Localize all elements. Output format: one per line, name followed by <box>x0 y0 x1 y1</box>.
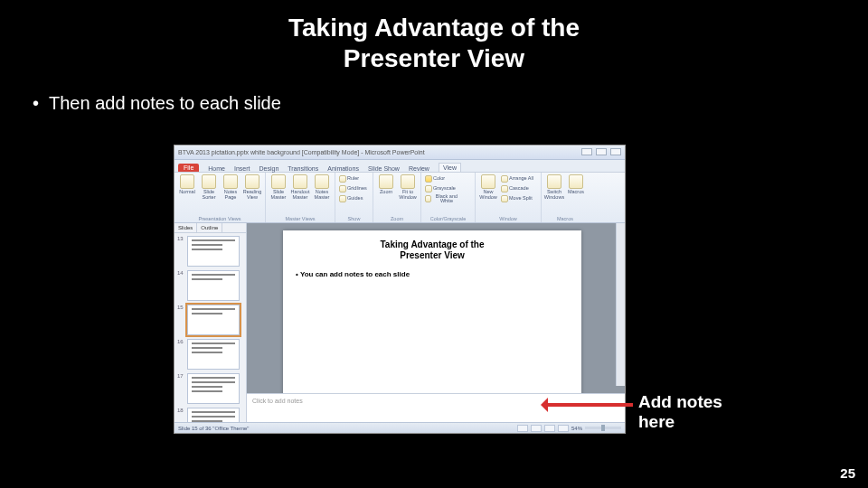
outline-tab[interactable]: Outline <box>197 223 222 232</box>
slide-title: Taking Advantage of the Presenter View <box>0 0 868 73</box>
sorter-view-icon[interactable] <box>531 425 542 432</box>
tab-animations[interactable]: Animations <box>327 165 359 172</box>
status-bar: Slide 15 of 36 "Office Theme" 54% <box>175 422 625 433</box>
ribbon-body: Normal Slide Sorter Notes Page Reading V… <box>175 173 625 223</box>
grayscale-icon <box>425 185 432 192</box>
guides-checkbox[interactable]: Guides <box>339 194 375 203</box>
bullet-text: Then add notes to each slide <box>49 93 281 113</box>
tab-home[interactable]: Home <box>208 165 225 172</box>
normal-view-icon <box>180 174 194 189</box>
arrange-icon <box>501 175 508 183</box>
notes-master-button[interactable]: Notes Master <box>313 174 331 202</box>
tab-review[interactable]: Review <box>409 165 429 172</box>
thumbnail[interactable]: 17 <box>177 373 243 404</box>
handout-master-icon <box>293 174 307 189</box>
tab-transitions[interactable]: Transitions <box>288 165 318 172</box>
reading-view-icon[interactable] <box>544 425 555 432</box>
slide-sorter-button[interactable]: Slide Sorter <box>200 174 218 202</box>
checkbox-icon <box>339 195 346 202</box>
tab-insert[interactable]: Insert <box>234 165 250 172</box>
handout-master-button[interactable]: Handout Master <box>291 174 309 202</box>
group-macros: Switch Windows Macros Macros <box>542 173 589 222</box>
editor-area: Slides Outline 13 14 15 16 17 18 Taking … <box>175 223 625 422</box>
thumbnail[interactable]: 16 <box>177 339 243 370</box>
color-button[interactable]: Color <box>425 174 461 183</box>
thumbnail[interactable]: 18 <box>177 408 243 422</box>
group-master-views: Slide Master Handout Master Notes Master… <box>266 173 335 222</box>
ruler-checkbox[interactable]: Ruler <box>339 174 375 183</box>
grayscale-button[interactable]: Grayscale <box>425 184 461 193</box>
thumbnail[interactable]: 13 <box>177 236 243 267</box>
fit-window-button[interactable]: Fit to Window <box>399 174 417 202</box>
minimize-icon[interactable] <box>581 148 592 155</box>
macros-icon <box>569 174 583 189</box>
tab-design[interactable]: Design <box>259 165 278 172</box>
maximize-icon[interactable] <box>596 148 607 155</box>
tab-slideshow[interactable]: Slide Show <box>368 165 400 172</box>
group-window: New Window Arrange All Cascade Move Spli… <box>476 173 542 222</box>
powerpoint-screenshot: BTVA 2013 pictation.pptx white backgroun… <box>174 145 626 434</box>
group-presentation-views: Normal Slide Sorter Notes Page Reading V… <box>175 173 266 222</box>
slide-canvas[interactable]: Taking Advantage of the Presenter View •… <box>283 230 581 393</box>
canvas-title: Taking Advantage of the Presenter View <box>296 239 569 261</box>
thumbnail-list: 13 14 15 16 17 18 <box>175 233 246 422</box>
page-number: 25 <box>840 465 855 481</box>
zoom-slider[interactable] <box>585 427 621 429</box>
reading-view-button[interactable]: Reading View <box>243 174 261 202</box>
canvas-scroll: Taking Advantage of the Presenter View •… <box>247 223 625 393</box>
thumbnail[interactable]: 14 <box>177 270 243 301</box>
slideshow-view-icon[interactable] <box>558 425 569 432</box>
callout-arrow <box>542 403 633 407</box>
cascade-button[interactable]: Cascade <box>501 184 537 193</box>
normal-view-button[interactable]: Normal <box>178 174 196 202</box>
callout-text: Add notes here <box>638 392 722 432</box>
new-window-icon <box>481 174 495 189</box>
notes-page-button[interactable]: Notes Page <box>222 174 240 202</box>
slide-master-icon <box>271 174 286 189</box>
vertical-scrollbar[interactable] <box>616 223 625 386</box>
slide-sorter-icon <box>202 174 216 189</box>
group-color: Color Grayscale Black and White Color/Gr… <box>421 173 476 222</box>
slides-tab[interactable]: Slides <box>175 223 197 232</box>
move-split-button[interactable]: Move Split <box>501 194 537 203</box>
status-left: Slide 15 of 36 "Office Theme" <box>178 426 249 431</box>
canvas-bullet: • You can add notes to each slide <box>296 270 569 278</box>
slide-panel-tabs: Slides Outline <box>175 223 246 233</box>
notes-pane[interactable]: Click to add notes <box>247 393 625 422</box>
file-tab[interactable]: File <box>178 164 199 172</box>
fit-window-icon <box>401 174 415 189</box>
normal-view-icon[interactable] <box>517 425 528 432</box>
notes-master-icon <box>315 174 329 189</box>
close-icon[interactable] <box>610 148 621 155</box>
bullet-dot: • <box>33 93 49 114</box>
arrange-all-button[interactable]: Arrange All <box>501 174 537 183</box>
thumbnail-selected[interactable]: 15 <box>177 305 243 335</box>
slide-master-button[interactable]: Slide Master <box>269 174 288 202</box>
checkbox-icon <box>339 175 346 183</box>
window-titlebar: BTVA 2013 pictation.pptx white backgroun… <box>175 145 625 160</box>
zoom-icon <box>379 174 393 189</box>
new-window-button[interactable]: New Window <box>479 174 497 202</box>
slide-panel: Slides Outline 13 14 15 16 17 18 <box>175 223 247 422</box>
canvas-wrap: Taking Advantage of the Presenter View •… <box>247 223 625 422</box>
tab-view[interactable]: View <box>439 163 461 172</box>
checkbox-icon <box>339 185 346 192</box>
color-icon <box>425 175 432 183</box>
title-line-2: Presenter View <box>0 43 868 74</box>
group-show: Ruler Gridlines Guides Show <box>335 173 373 222</box>
window-controls <box>580 148 621 156</box>
gridlines-checkbox[interactable]: Gridlines <box>339 184 375 193</box>
switch-windows-button[interactable]: Switch Windows <box>545 174 563 202</box>
cascade-icon <box>501 185 508 192</box>
move-split-icon <box>501 195 508 202</box>
macros-button[interactable]: Macros <box>567 174 585 202</box>
reading-view-icon <box>245 174 259 189</box>
notes-page-icon <box>223 174 238 189</box>
switch-windows-icon <box>547 174 561 189</box>
zoom-button[interactable]: Zoom <box>377 174 395 202</box>
bw-button[interactable]: Black and White <box>425 194 461 203</box>
ribbon-tabstrip: File Home Insert Design Transitions Anim… <box>175 160 625 173</box>
title-line-1: Taking Advantage of the <box>0 13 868 43</box>
window-title-text: BTVA 2013 pictation.pptx white backgroun… <box>178 149 425 155</box>
bullet-row: •Then add notes to each slide <box>0 73 868 114</box>
